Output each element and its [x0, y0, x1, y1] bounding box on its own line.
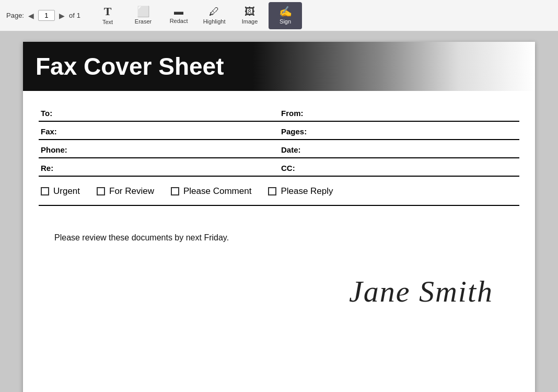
eraser-icon: ⬜	[137, 6, 150, 17]
form-row-to-from: To: From:	[39, 103, 519, 122]
for-review-checkbox-box[interactable]	[97, 187, 105, 195]
sign-tool-button[interactable]: ✍ Sign	[269, 2, 302, 29]
checkbox-row: Urgent For Review Please Comment Please …	[39, 177, 519, 203]
signature-area: Jane Smith	[23, 253, 535, 319]
page-separator: of	[69, 11, 75, 19]
redact-icon: ▬	[174, 7, 183, 16]
sign-icon: ✍	[279, 6, 292, 17]
form-row-phone-date: Phone: Date:	[39, 140, 519, 158]
cc-label: CC:	[279, 158, 519, 176]
message-text: Please review these documents by next Fr…	[23, 227, 535, 253]
checkbox-please-reply[interactable]: Please Reply	[268, 186, 333, 197]
fax-title: Fax Cover Sheet	[36, 52, 522, 80]
text-tool-label: Text	[102, 19, 113, 25]
date-label: Date:	[279, 140, 519, 157]
highlight-tool-button[interactable]: 🖊 Highlight	[197, 2, 231, 29]
checkbox-please-comment[interactable]: Please Comment	[171, 186, 251, 197]
sign-tool-label: Sign	[280, 18, 291, 25]
please-comment-label: Please Comment	[183, 186, 251, 197]
please-reply-checkbox-box[interactable]	[268, 187, 276, 195]
page: Fax Cover Sheet To: From: Fax: Pages: Ph…	[23, 42, 535, 392]
highlight-icon: 🖊	[209, 6, 219, 17]
page-prev-button[interactable]: ◀	[26, 10, 36, 21]
toolbar: Page: ◀ ▶ of 1 T Text ⬜ Eraser ▬ Redact …	[0, 0, 558, 31]
redact-tool-button[interactable]: ▬ Redact	[162, 2, 195, 29]
form-section: To: From: Fax: Pages: Phone: Date: Re: C…	[23, 95, 535, 227]
page-navigation: Page: ◀ ▶ of 1	[6, 10, 80, 21]
for-review-label: For Review	[109, 186, 154, 197]
redact-tool-label: Redact	[170, 18, 188, 24]
fax-header: Fax Cover Sheet	[23, 42, 535, 91]
urgent-label: Urgent	[53, 186, 80, 197]
highlight-tool-label: Highlight	[203, 18, 226, 25]
page-total: 1	[77, 11, 80, 19]
urgent-checkbox-box[interactable]	[41, 187, 49, 195]
from-label: From:	[279, 103, 519, 121]
form-row-fax-pages: Fax: Pages:	[39, 122, 519, 140]
image-tool-button[interactable]: 🖼 Image	[233, 2, 266, 29]
pages-label: Pages:	[279, 122, 519, 139]
page-number-input[interactable]	[38, 10, 55, 21]
please-comment-checkbox-box[interactable]	[171, 187, 179, 195]
text-icon: T	[104, 6, 112, 17]
text-tool-button[interactable]: T Text	[91, 2, 124, 29]
phone-label: Phone:	[39, 140, 279, 157]
page-label: Page:	[6, 11, 24, 19]
eraser-tool-label: Eraser	[135, 18, 152, 25]
separator-line	[39, 205, 519, 206]
re-label: Re:	[39, 158, 279, 176]
form-row-re-cc: Re: CC:	[39, 158, 519, 177]
signature: Jane Smith	[349, 274, 493, 309]
please-reply-label: Please Reply	[281, 186, 333, 197]
image-icon: 🖼	[245, 6, 255, 17]
checkbox-for-review[interactable]: For Review	[97, 186, 154, 197]
page-next-button[interactable]: ▶	[57, 10, 67, 21]
eraser-tool-button[interactable]: ⬜ Eraser	[126, 2, 160, 29]
image-tool-label: Image	[242, 18, 258, 25]
checkbox-urgent[interactable]: Urgent	[41, 186, 80, 197]
fax-label: Fax:	[39, 122, 279, 139]
to-label: To:	[39, 103, 279, 121]
document-area: Fax Cover Sheet To: From: Fax: Pages: Ph…	[0, 31, 558, 392]
